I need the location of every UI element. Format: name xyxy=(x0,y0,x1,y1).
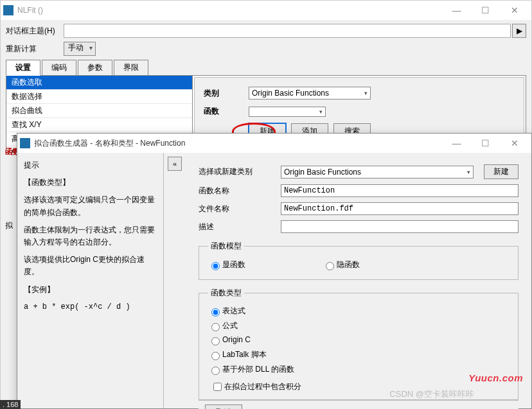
recalc-select[interactable]: 手动 xyxy=(64,42,96,56)
radio-explicit[interactable]: 显函数 xyxy=(208,259,245,270)
description-input[interactable] xyxy=(281,220,519,233)
radio-implicit[interactable]: 隐函数 xyxy=(323,259,360,270)
close-button[interactable]: ✕ xyxy=(500,134,529,153)
help-pane: 提示 【函数类型】 选择该选项可定义编辑只含一个因变量的简单拟合函数。 函数主体… xyxy=(17,153,164,408)
checkbox-integral[interactable]: 在拟合过程中包含积分 xyxy=(211,382,301,391)
chevron-down-icon: ▾ xyxy=(319,109,323,115)
csdn-attribution: CSDN @空卡装咔咔咔 xyxy=(389,388,474,400)
window-controls: — ☐ ✕ xyxy=(442,1,529,20)
help-text: 选择该选项可定义编辑只含一个因变量的简单拟合函数。 xyxy=(24,194,157,218)
list-item-find-xy[interactable]: 查找 X/Y xyxy=(6,118,192,132)
category-select-value: Origin Basic Functions xyxy=(284,168,361,177)
titlebar: NLFit () — ☐ ✕ xyxy=(1,1,531,20)
function-name-label: 函数名称 xyxy=(199,186,276,196)
file-name-label: 文件名称 xyxy=(199,204,276,214)
category-label: 选择或新建类别 xyxy=(199,166,276,177)
category-value: Origin Basic Functions xyxy=(252,89,329,98)
help-section-example: 【实例】 xyxy=(24,284,157,296)
help-heading: 提示 xyxy=(24,159,157,171)
list-item-data-select[interactable]: 数据选择 xyxy=(6,90,192,104)
list-item-function-select[interactable]: 函数选取 xyxy=(6,76,192,90)
maximize-button[interactable]: ☐ xyxy=(471,1,500,20)
help-section-type: 【函数类型】 xyxy=(24,177,157,189)
window-title: NLFit () xyxy=(17,6,442,15)
minimize-button[interactable]: — xyxy=(442,1,471,20)
function-model-legend: 函数模型 xyxy=(208,241,244,252)
category-select[interactable]: Origin Basic Functions ▾ xyxy=(281,166,474,178)
list-item-fit-curve[interactable]: 拟合曲线 xyxy=(6,104,192,118)
app-icon xyxy=(3,5,13,15)
chevron-down-icon: ▾ xyxy=(364,90,368,96)
function-label: 函数 xyxy=(204,106,249,117)
app-icon xyxy=(20,138,30,148)
watermark-text: Yuucn.com xyxy=(468,372,523,383)
collapse-toggle-column: « xyxy=(164,153,186,408)
function-type-legend: 函数类型 xyxy=(208,288,244,299)
radio-expression[interactable]: 表达式 xyxy=(208,304,509,318)
chevron-down-icon: ▾ xyxy=(467,169,470,175)
minimize-button[interactable]: — xyxy=(442,134,471,153)
help-text: 该选项提供比Origin C更快的拟合速度。 xyxy=(24,254,157,278)
dialog-theme-label: 对话框主题(H) xyxy=(6,26,64,37)
new-category-button[interactable]: 新建 xyxy=(484,164,519,179)
child-window-title: 拟合函数生成器 - 名称和类型 - NewFunction xyxy=(34,138,442,149)
child-window-controls: — ☐ ✕ xyxy=(442,134,529,153)
radio-labtalk[interactable]: LabTalk 脚本 xyxy=(208,347,509,362)
child-titlebar: 拟合函数生成器 - 名称和类型 - NewFunction — ☐ ✕ xyxy=(17,134,531,153)
tab-bounds[interactable]: 界限 xyxy=(114,60,148,76)
dialog-footer: 取消 xyxy=(199,400,519,409)
function-name-input[interactable] xyxy=(281,184,519,197)
fit-function-builder-window: 拟合函数生成器 - 名称和类型 - NewFunction — ☐ ✕ 提示 【… xyxy=(17,133,532,409)
maximize-button[interactable]: ☐ xyxy=(471,134,500,153)
recalc-label: 重新计算 xyxy=(6,44,64,55)
function-combo[interactable]: ▾ xyxy=(249,107,326,117)
truncated-text-2: 拟 xyxy=(5,220,13,231)
dialog-theme-input[interactable] xyxy=(64,24,511,38)
tab-settings[interactable]: 设置 xyxy=(6,60,40,76)
form-pane: 选择或新建类别 Origin Basic Functions ▾ 新建 函数名称… xyxy=(186,153,531,408)
file-name-input[interactable] xyxy=(281,202,519,215)
tab-encoding[interactable]: 编码 xyxy=(42,60,76,76)
theme-go-button[interactable]: ▶ xyxy=(512,24,526,38)
radio-originc[interactable]: Origin C xyxy=(208,333,509,347)
tab-parameters[interactable]: 参数 xyxy=(78,60,112,76)
help-text: 函数主体限制为一行表达式，您只需要输入方程等号的右边部分。 xyxy=(24,224,157,248)
collapse-help-button[interactable]: « xyxy=(168,157,182,171)
radio-dll[interactable]: 基于外部 DLL 的函数 xyxy=(208,362,509,377)
radio-formula[interactable]: 公式 xyxy=(208,318,509,333)
category-label: 类别 xyxy=(204,88,249,99)
category-combo[interactable]: Origin Basic Functions ▾ xyxy=(249,87,371,100)
help-example-code: a + b * exp( -x^c / d ) xyxy=(24,301,157,313)
status-bar-fragment: . 168 xyxy=(0,400,21,409)
cancel-button[interactable]: 取消 xyxy=(205,405,242,409)
function-model-group: 函数模型 显函数 隐函数 xyxy=(199,241,519,280)
close-button[interactable]: ✕ xyxy=(500,1,529,20)
description-label: 描述 xyxy=(199,222,276,232)
tab-bar: 设置 编码 参数 界限 xyxy=(6,60,526,76)
